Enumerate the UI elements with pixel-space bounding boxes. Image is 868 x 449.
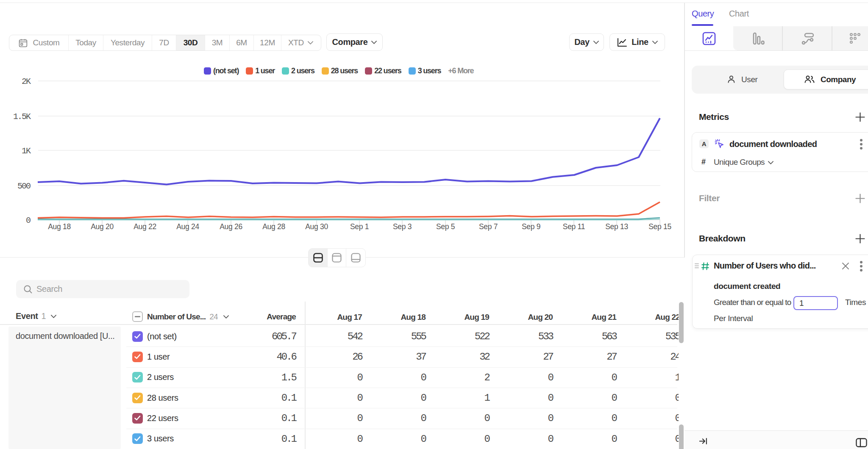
svg-text:1.5K: 1.5K <box>13 112 31 122</box>
svg-text:Aug 26: Aug 26 <box>220 222 242 231</box>
svg-text:1K: 1K <box>22 146 31 156</box>
svg-text:Aug 24: Aug 24 <box>176 222 199 231</box>
svg-text:Aug 30: Aug 30 <box>305 222 328 231</box>
svg-text:Sep 9: Sep 9 <box>522 222 540 231</box>
svg-text:Sep 13: Sep 13 <box>605 222 628 231</box>
svg-text:0: 0 <box>26 216 31 225</box>
svg-text:Aug 18: Aug 18 <box>48 222 71 231</box>
svg-text:Aug 20: Aug 20 <box>91 222 114 231</box>
svg-text:Aug 22: Aug 22 <box>134 222 156 231</box>
svg-text:Sep 7: Sep 7 <box>479 222 498 231</box>
svg-text:Sep 1: Sep 1 <box>350 222 369 231</box>
svg-text:Aug 28: Aug 28 <box>262 222 285 231</box>
svg-text:500: 500 <box>17 181 31 191</box>
svg-text:Sep 5: Sep 5 <box>436 222 455 231</box>
svg-text:2K: 2K <box>22 77 31 86</box>
svg-text:Sep 11: Sep 11 <box>563 222 585 231</box>
svg-text:Sep 3: Sep 3 <box>393 222 412 231</box>
svg-text:Sep 15: Sep 15 <box>648 222 671 231</box>
